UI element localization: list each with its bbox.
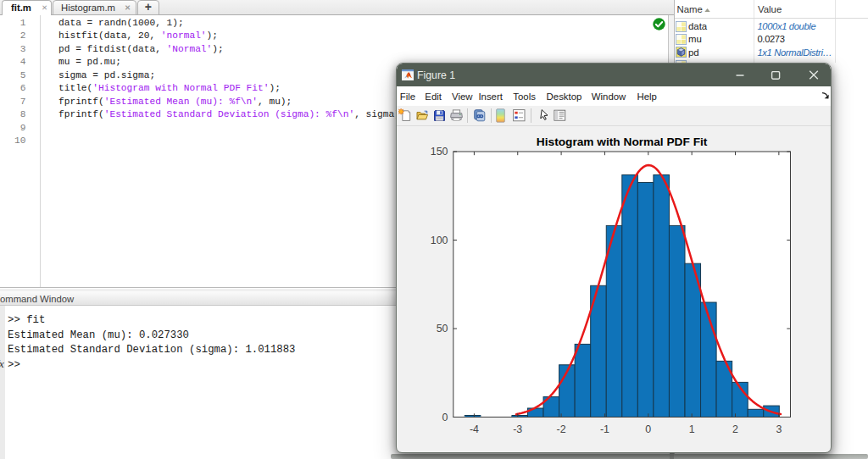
svg-text:0: 0 (645, 423, 651, 435)
svg-text:100: 100 (430, 235, 448, 246)
svg-text:150: 150 (430, 146, 448, 158)
svg-text:2: 2 (732, 423, 738, 435)
svg-text:Histogram with Normal PDF Fit: Histogram with Normal PDF Fit (536, 135, 707, 148)
svg-text:50: 50 (436, 323, 448, 335)
svg-text:1: 1 (688, 423, 694, 435)
svg-text:-4: -4 (469, 423, 478, 435)
svg-text:0: 0 (442, 412, 448, 423)
svg-text:3: 3 (776, 423, 782, 435)
svg-text:-1: -1 (599, 423, 609, 435)
svg-text:-2: -2 (556, 423, 565, 435)
svg-text:-3: -3 (513, 423, 522, 435)
